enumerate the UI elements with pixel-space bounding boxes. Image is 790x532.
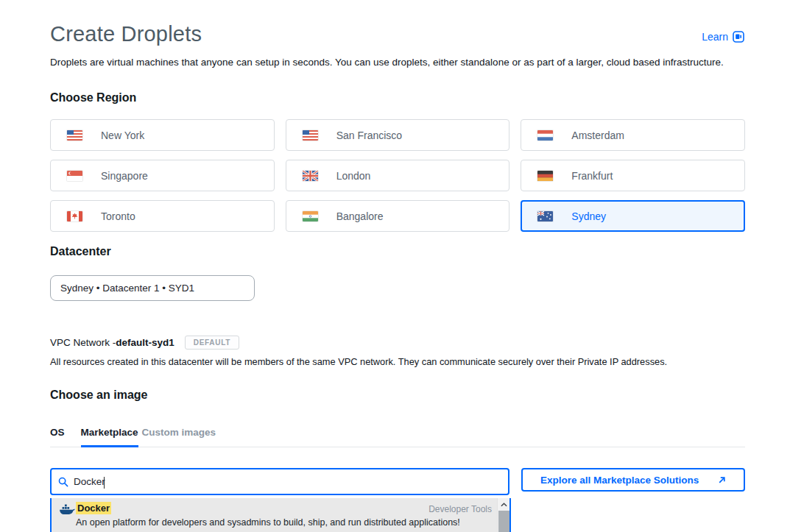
- region-card-label: San Francisco: [336, 130, 402, 141]
- tab-os[interactable]: OS: [50, 427, 65, 447]
- vpc-default-badge: DEFAULT: [185, 336, 239, 350]
- search-icon: [58, 477, 68, 487]
- region-card-frankfurt[interactable]: Frankfurt: [521, 160, 745, 191]
- region-grid: New York San Francisco Amsterdam Singapo…: [50, 119, 745, 232]
- uk-flag-icon: [303, 171, 318, 181]
- region-card-label: Frankfurt: [571, 170, 613, 182]
- result-category: Developer Tools: [428, 504, 492, 514]
- region-card-label: Bangalore: [336, 210, 384, 222]
- us-flag-icon: [303, 130, 318, 141]
- dropdown-scrollbar[interactable]: [497, 498, 509, 532]
- explore-marketplace-button[interactable]: Explore all Marketplace Solutions: [521, 468, 745, 492]
- region-card-london[interactable]: London: [286, 160, 510, 191]
- tab-marketplace[interactable]: Marketplace: [81, 427, 138, 447]
- scrollbar-thumb[interactable]: [498, 511, 509, 532]
- region-card-label: Sydney: [571, 210, 606, 222]
- result-item-docker[interactable]: Docker Developer Tools An open platform …: [52, 498, 497, 532]
- learn-link-label: Learn: [702, 31, 728, 43]
- datacenter-heading: Datacenter: [50, 245, 111, 258]
- singapore-flag-icon: [67, 171, 82, 181]
- docker-whale-icon: [59, 503, 75, 519]
- region-card-bangalore[interactable]: Bangalore: [286, 200, 510, 232]
- germany-flag-icon: [537, 171, 553, 181]
- region-card-new-york[interactable]: New York: [50, 119, 275, 151]
- learn-link[interactable]: Learn: [702, 31, 744, 43]
- region-card-sydney[interactable]: Sydney: [521, 200, 745, 232]
- us-flag-icon: [67, 130, 82, 141]
- australia-flag-icon: [537, 211, 553, 221]
- learn-docs-icon: [733, 31, 744, 43]
- netherlands-flag-icon: [537, 130, 553, 141]
- tab-custom-images[interactable]: Custom images: [142, 427, 216, 447]
- datacenter-select[interactable]: Sydney • Datacenter 1 • SYD1: [50, 275, 255, 301]
- region-card-label: Toronto: [101, 210, 135, 222]
- search-results-dropdown: Docker Developer Tools An open platform …: [50, 498, 511, 532]
- region-card-label: Amsterdam: [571, 130, 624, 141]
- region-card-singapore[interactable]: Singapore: [50, 160, 275, 191]
- region-card-amsterdam[interactable]: Amsterdam: [521, 119, 745, 151]
- india-flag-icon: [303, 211, 318, 221]
- region-card-label: Singapore: [101, 170, 148, 182]
- vpc-label: VPC Network -: [50, 337, 116, 348]
- datacenter-selected-value: Sydney • Datacenter 1 • SYD1: [60, 283, 194, 294]
- page-title: Create Droplets: [50, 22, 202, 46]
- region-card-toronto[interactable]: Toronto: [50, 200, 275, 232]
- choose-region-heading: Choose Region: [50, 91, 136, 104]
- vpc-network-row: VPC Network - default-syd1 DEFAULT: [50, 336, 239, 350]
- region-card-label: New York: [101, 130, 144, 141]
- vpc-network-name: default-syd1: [116, 337, 174, 348]
- external-arrow-icon: [718, 476, 726, 484]
- result-name: Docker: [76, 503, 111, 514]
- vpc-description: All resources created in this datacenter…: [50, 356, 667, 367]
- page-subtitle: Droplets are virtual machines that anyon…: [50, 57, 724, 68]
- image-tabs: OS Marketplace Custom images: [50, 427, 745, 447]
- marketplace-search-input[interactable]: [68, 469, 508, 494]
- result-description: An open platform for developers and sysa…: [76, 517, 460, 528]
- scrollbar-up-arrow-icon[interactable]: [498, 498, 509, 511]
- canada-flag-icon: [67, 211, 82, 221]
- marketplace-search-box: [50, 468, 509, 495]
- region-card-san-francisco[interactable]: San Francisco: [286, 119, 510, 151]
- explore-marketplace-label: Explore all Marketplace Solutions: [540, 475, 699, 486]
- choose-image-heading: Choose an image: [50, 389, 147, 402]
- text-caret: [104, 477, 105, 489]
- region-card-label: London: [336, 170, 371, 182]
